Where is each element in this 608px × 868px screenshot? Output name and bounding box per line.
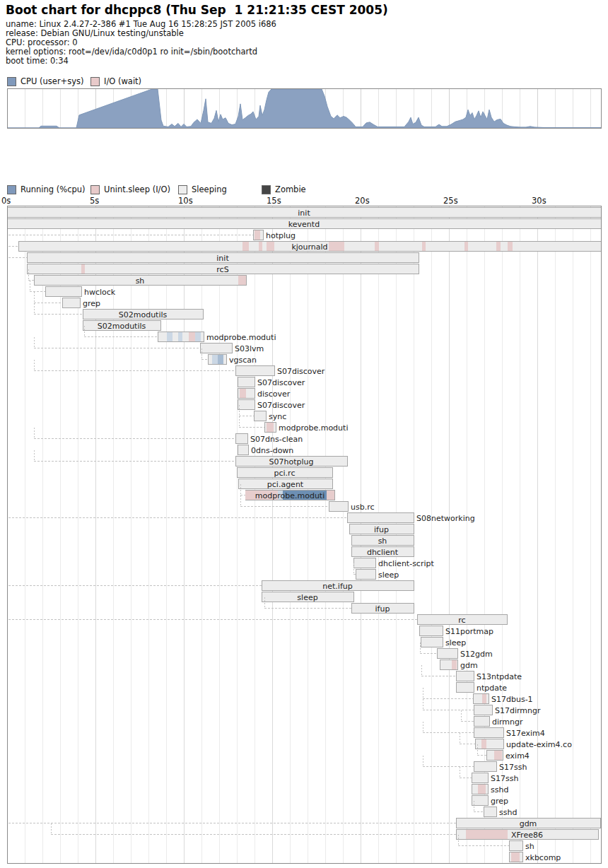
process-label: S07dns-clean: [250, 435, 303, 444]
process-bar: [474, 717, 490, 727]
axis-tick-label: 25s: [443, 196, 458, 206]
process-label: gdm: [520, 819, 537, 828]
axis-tick-label: 10s: [178, 196, 193, 206]
process-bar: [236, 366, 275, 376]
process-state-segment: [195, 332, 201, 341]
process-state-segment: [452, 660, 457, 669]
process-label: ifup: [375, 604, 390, 614]
process-state-segment: [167, 332, 173, 341]
sleeping-legend-label: Sleeping: [192, 184, 227, 194]
process-label: S11portmap: [445, 627, 493, 636]
process-bar: [329, 502, 349, 512]
process-bar: [236, 434, 248, 444]
process-bar: [457, 683, 474, 693]
process-bar: [46, 287, 82, 297]
process-bar: [420, 626, 443, 636]
process-label: sh: [378, 536, 387, 546]
process-label: S17ssh: [491, 774, 518, 783]
process-bar: [238, 400, 255, 410]
process-legend: Running (%cpu) Unint.sleep (I/O) Sleepin…: [0, 184, 608, 194]
process-label: vgscan: [229, 356, 257, 365]
process-bar: [356, 570, 376, 580]
process-state-segment: [482, 694, 486, 703]
cpu-legend: CPU (user+sys) I/O (wait): [0, 76, 608, 86]
process-state-segment: [422, 242, 426, 251]
bootchart-page: { "header": { "title": "Boot chart for d…: [0, 0, 608, 864]
running-legend-item: Running (%cpu): [7, 184, 86, 194]
process-label: ntpdate: [477, 684, 507, 693]
process-label: rc: [458, 616, 465, 625]
process-label: S12gdm: [460, 650, 493, 659]
zombie-swatch-icon: [262, 185, 271, 194]
process-label: dhclient: [367, 548, 399, 557]
process-label: S07discover: [257, 378, 305, 387]
process-label: discover: [257, 389, 291, 399]
process-state-segment: [464, 242, 468, 251]
process-label: sleep: [378, 570, 399, 580]
process-label: dirmngr: [492, 717, 523, 727]
page-title: Boot chart for dhcppc8 (Thu Sep 1 21:21:…: [6, 3, 608, 17]
process-state-segment: [481, 739, 486, 749]
process-label: S17ssh: [499, 763, 527, 772]
process-label: usb.rc: [351, 503, 375, 512]
sleeping-legend-item: Sleeping: [178, 184, 227, 194]
axis-tick-label: 15s: [267, 196, 281, 206]
axis-tick-label: 5s: [90, 196, 99, 206]
process-label: sleep: [297, 593, 317, 602]
unint-sleep-legend-label: Unint.sleep (I/O): [104, 184, 170, 194]
cpu-usage-chart: [0, 88, 608, 129]
running-legend-label: Running (%cpu): [21, 184, 86, 194]
zombie-legend-item: Zombie: [262, 184, 306, 194]
running-swatch-icon: [7, 185, 16, 194]
process-label: S08networking: [416, 514, 475, 523]
process-bar: [354, 558, 376, 568]
process-bar: [348, 513, 414, 523]
axis-tick-label: 20s: [355, 196, 370, 206]
process-label: net.ifup: [322, 582, 352, 591]
cpu-swatch-icon: [7, 77, 16, 86]
process-bar: [63, 298, 81, 308]
process-label: sh: [136, 276, 145, 286]
process-bar: [238, 445, 249, 455]
process-label: gdm: [460, 661, 478, 670]
process-state-segment: [240, 389, 246, 398]
process-state-segment: [212, 355, 218, 364]
unint-sleep-swatch-icon: [90, 185, 100, 194]
process-bar: [421, 638, 443, 647]
process-state-segment: [329, 242, 344, 251]
process-label: hotplug: [266, 231, 296, 240]
sleeping-swatch-icon: [178, 185, 187, 194]
io-legend-item: I/O (wait): [90, 76, 141, 86]
time-axis: 0s5s10s15s20s25s30s: [0, 196, 608, 206]
axis-tick-label: 0s: [1, 196, 11, 206]
process-bar: [474, 728, 504, 738]
process-bar: [474, 705, 493, 715]
process-label: dhclient-script: [378, 559, 434, 568]
process-label: S07discover: [277, 367, 325, 376]
process-state-segment: [267, 242, 274, 251]
process-label: hwclock: [84, 288, 116, 297]
process-label: pci.rc: [274, 469, 296, 478]
process-state-segment: [466, 830, 508, 839]
process-label: init: [298, 209, 310, 218]
process-label: rcS: [216, 265, 228, 274]
process-state-segment: [178, 332, 182, 341]
process-label: keventd: [288, 220, 320, 229]
process-label: 0dns-down: [251, 446, 293, 455]
process-label: XFree86: [511, 831, 543, 840]
process-state-segment: [255, 230, 260, 240]
io-swatch-icon: [90, 77, 100, 86]
process-state-segment: [189, 332, 195, 341]
process-label: S02modutils: [98, 322, 146, 331]
process-state-segment: [375, 242, 379, 251]
process-label: grep: [83, 299, 100, 308]
process-label: sleep: [445, 638, 466, 647]
process-label: xkbcomp: [525, 853, 561, 862]
process-state-segment: [496, 242, 501, 251]
process-bar: [201, 344, 233, 353]
cpu-legend-label: CPU (user+sys): [21, 76, 84, 86]
process-label: S07hotplug: [269, 457, 314, 467]
process-label: grep: [491, 797, 508, 806]
process-label: ifup: [374, 525, 389, 534]
boot-info: uname: Linux 2.4.27-2-386 #1 Tue Aug 16 …: [6, 20, 608, 66]
